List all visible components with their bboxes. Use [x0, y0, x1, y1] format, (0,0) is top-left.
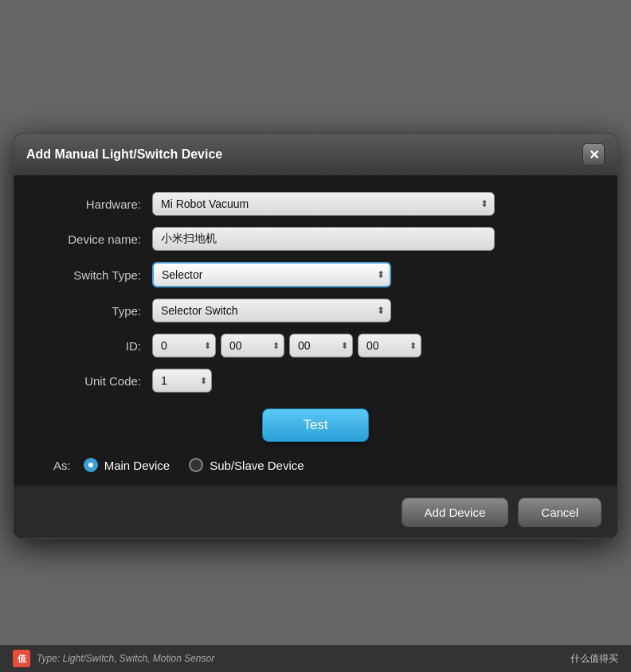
type-control: Selector Switch Light Switch Motion Sens… [152, 299, 594, 322]
id-fields: 0 1 2 00 01 [152, 334, 594, 357]
device-name-control [152, 227, 594, 251]
unit-code-control: 1 2 3 [152, 369, 594, 393]
close-button[interactable]: ✕ [582, 143, 605, 166]
hardware-label: Hardware: [37, 197, 141, 211]
switch-type-select[interactable]: Selector On/Off Dimmer [152, 262, 391, 287]
hardware-row: Hardware: Mi Robot Vacuum [37, 192, 594, 216]
id-spinner-2: 00 01 [289, 334, 353, 357]
hardware-control: Mi Robot Vacuum [152, 192, 594, 216]
hardware-select[interactable]: Mi Robot Vacuum [152, 192, 495, 216]
unit-code-select[interactable]: 1 2 3 [152, 369, 212, 393]
dialog-titlebar: Add Manual Light/Switch Device ✕ [14, 134, 617, 176]
hardware-select-wrapper: Mi Robot Vacuum [152, 192, 495, 216]
device-name-row: Device name: [37, 227, 594, 251]
device-name-input[interactable] [152, 227, 495, 251]
device-name-label: Device name: [37, 232, 141, 246]
switch-type-row: Switch Type: Selector On/Off Dimmer [37, 262, 594, 287]
main-device-option[interactable]: Main Device [84, 458, 170, 472]
switch-type-select-wrapper: Selector On/Off Dimmer [152, 262, 391, 287]
bottom-bar-icon: 值 [13, 650, 30, 667]
id-select-3[interactable]: 00 01 [358, 334, 421, 357]
radio-group: Main Device Sub/Slave Device [84, 458, 304, 472]
as-row: As: Main Device Sub/Slave Device [37, 458, 594, 472]
unit-code-row: Unit Code: 1 2 3 [37, 369, 594, 393]
id-select-1[interactable]: 00 01 [221, 334, 284, 357]
watermark: 什么值得买 [570, 652, 618, 666]
id-row: ID: 0 1 2 00 01 [37, 334, 594, 357]
type-row: Type: Selector Switch Light Switch Motio… [37, 299, 594, 322]
overlay: Add Manual Light/Switch Device ✕ Hardwar… [0, 0, 631, 672]
id-spinner-3: 00 01 [358, 334, 421, 357]
main-device-label: Main Device [104, 459, 170, 472]
bottom-bar: 值 Type: Light/Switch, Switch, Motion Sen… [0, 645, 631, 672]
bottom-bar-text: Type: Light/Switch, Switch, Motion Senso… [37, 653, 214, 664]
dialog: Add Manual Light/Switch Device ✕ Hardwar… [13, 133, 618, 539]
sub-slave-label: Sub/Slave Device [210, 459, 304, 472]
type-select[interactable]: Selector Switch Light Switch Motion Sens… [152, 299, 391, 322]
unit-code-label: Unit Code: [37, 374, 141, 388]
sub-slave-option[interactable]: Sub/Slave Device [189, 458, 304, 472]
unit-code-spinner: 1 2 3 [152, 369, 212, 393]
type-select-wrapper: Selector Switch Light Switch Motion Sens… [152, 299, 391, 322]
id-select-0[interactable]: 0 1 2 [152, 334, 216, 357]
id-spinner-1: 00 01 [221, 334, 284, 357]
id-label: ID: [37, 339, 141, 353]
dialog-body: Hardware: Mi Robot Vacuum Device name: [14, 176, 617, 472]
as-label: As: [53, 459, 71, 472]
sub-slave-radio[interactable] [189, 458, 203, 472]
switch-type-label: Switch Type: [37, 268, 141, 282]
id-select-2[interactable]: 00 01 [289, 334, 353, 357]
test-button-row: Test [37, 408, 594, 442]
id-control: 0 1 2 00 01 [152, 334, 594, 357]
cancel-button[interactable]: Cancel [518, 498, 602, 527]
add-device-button[interactable]: Add Device [402, 498, 509, 527]
dialog-title: Add Manual Light/Switch Device [26, 147, 222, 162]
test-button[interactable]: Test [262, 408, 368, 442]
dialog-footer: Add Device Cancel [14, 486, 617, 538]
switch-type-control: Selector On/Off Dimmer [152, 262, 594, 287]
id-spinner-0: 0 1 2 [152, 334, 216, 357]
type-label: Type: [37, 304, 141, 318]
main-device-radio[interactable] [84, 458, 98, 472]
